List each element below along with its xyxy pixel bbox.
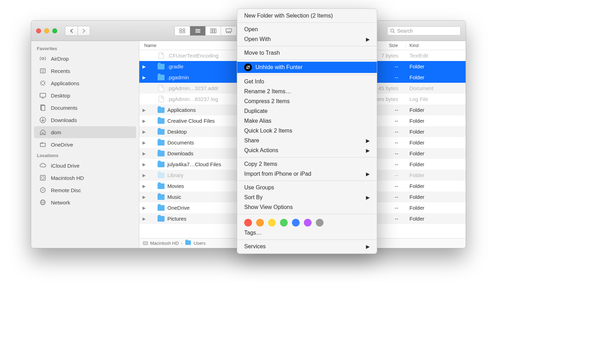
svg-point-30: [41, 176, 44, 179]
fullscreen-window-button[interactable]: [52, 28, 57, 33]
disclosure-triangle[interactable]: ▶: [139, 216, 148, 221]
menu-item-move-to-trash[interactable]: Move to Trash: [237, 48, 377, 58]
menu-item-rename-2-items[interactable]: Rename 2 Items…: [237, 87, 377, 96]
recents-icon: [39, 67, 47, 75]
folder-icon: [158, 194, 165, 200]
menu-item-new-folder-with-selection-2-items[interactable]: New Folder with Selection (2 Items): [237, 11, 377, 21]
sidebar-item-downloads[interactable]: Downloads: [34, 114, 136, 126]
submenu-arrow-icon: ▶: [366, 244, 370, 249]
back-button[interactable]: [65, 26, 78, 36]
disclosure-triangle[interactable]: ▶: [139, 173, 148, 178]
search-field[interactable]: Search: [387, 26, 461, 35]
disclosure-triangle[interactable]: ▶: [139, 151, 148, 156]
close-window-button[interactable]: [36, 28, 41, 33]
file-kind: Folder: [406, 63, 466, 69]
sidebar-item-applications[interactable]: Applications: [34, 77, 136, 89]
sidebar-item-label: Desktop: [51, 93, 70, 99]
menu-item-make-alias[interactable]: Make Alias: [237, 116, 377, 126]
sidebar-item-macintosh-hd[interactable]: Macintosh HD: [34, 172, 136, 184]
disclosure-triangle[interactable]: ▶: [139, 162, 148, 167]
list-view-button[interactable]: [190, 26, 206, 35]
menu-item-label: Show View Options: [244, 204, 293, 210]
sidebar-item-desktop[interactable]: Desktop: [34, 89, 136, 101]
file-kind: Folder: [406, 205, 466, 211]
tag-color[interactable]: [244, 219, 252, 227]
svg-rect-2: [180, 31, 182, 33]
menu-item-unhide-with-funter[interactable]: Unhide with Funter: [237, 62, 377, 73]
file-kind: Folder: [406, 107, 466, 113]
icon-view-button[interactable]: [175, 26, 190, 35]
disclosure-triangle[interactable]: ▶: [139, 195, 148, 200]
folder-icon: [158, 64, 165, 69]
file-kind: Document: [406, 85, 466, 91]
disclosure-triangle[interactable]: ▶: [139, 64, 148, 69]
file-kind: Folder: [406, 216, 466, 222]
column-header-kind[interactable]: Kind: [406, 43, 466, 48]
tag-color[interactable]: [268, 219, 276, 227]
svg-point-18: [391, 29, 394, 32]
path-segment[interactable]: Users: [194, 241, 206, 246]
tag-color[interactable]: [256, 219, 264, 227]
disclosure-triangle[interactable]: ▶: [139, 205, 148, 210]
disclosure-triangle[interactable]: ▶: [139, 129, 148, 134]
sidebar-item-label: Network: [51, 200, 70, 205]
disclosure-triangle[interactable]: ▶: [139, 108, 148, 113]
menu-item-duplicate[interactable]: Duplicate: [237, 106, 377, 116]
menu-item-quick-actions[interactable]: Quick Actions▶: [237, 146, 377, 155]
sidebar-item-airdrop[interactable]: AirDrop: [34, 53, 136, 65]
file-kind: Log File: [406, 96, 466, 102]
sidebar-item-label: OneDrive: [51, 142, 73, 148]
svg-rect-9: [215, 29, 216, 33]
disclosure-triangle[interactable]: ▶: [139, 140, 148, 145]
forward-button[interactable]: [78, 26, 90, 36]
menu-item-label: Open With: [244, 36, 271, 42]
menu-item-copy-2-items[interactable]: Copy 2 Items: [237, 159, 377, 169]
menu-item-label: Move to Trash: [244, 50, 280, 56]
disclosure-triangle[interactable]: ▶: [139, 75, 148, 80]
submenu-arrow-icon: ▶: [366, 36, 370, 42]
menu-item-label: New Folder with Selection (2 Items): [244, 13, 333, 19]
sidebar-item-documents[interactable]: Documents: [34, 102, 136, 114]
sidebar-item-recents[interactable]: Recents: [34, 65, 136, 77]
sidebar-item-dom[interactable]: dom: [34, 126, 136, 138]
menu-item-import-from-iphone-or-ipad[interactable]: Import from iPhone or iPad▶: [237, 169, 377, 179]
sidebar-item-icloud-drive[interactable]: iCloud Drive: [34, 160, 136, 171]
menu-item-get-info[interactable]: Get Info: [237, 77, 377, 87]
menu-item-sort-by[interactable]: Sort By▶: [237, 193, 377, 202]
svg-point-20: [42, 58, 44, 60]
tag-color[interactable]: [316, 219, 323, 227]
menu-item-compress-2-items[interactable]: Compress 2 Items: [237, 96, 377, 106]
menu-item-services[interactable]: Services▶: [237, 242, 377, 251]
sidebar-section-label: Locations: [31, 151, 139, 159]
file-kind: Folder: [406, 118, 466, 124]
menu-item-use-groups[interactable]: Use Groups: [237, 183, 377, 193]
sidebar-item-label: iCloud Drive: [51, 163, 80, 169]
tag-color[interactable]: [304, 219, 312, 227]
path-segment[interactable]: Macintosh HD: [150, 241, 179, 246]
minimize-window-button[interactable]: [44, 28, 49, 33]
sidebar-item-onedrive[interactable]: OneDrive: [34, 139, 136, 150]
disclosure-triangle[interactable]: ▶: [139, 184, 148, 189]
folder-icon: [158, 205, 165, 211]
context-menu: New Folder with Selection (2 Items)OpenO…: [237, 8, 377, 254]
tag-color[interactable]: [292, 219, 300, 227]
sidebar-item-remote-disc[interactable]: Remote Disc: [34, 184, 136, 196]
disclosure-triangle[interactable]: ▶: [139, 119, 148, 123]
sidebar-item-network[interactable]: Network: [34, 196, 136, 208]
file-kind: TextEdit: [406, 53, 466, 59]
folder-icon: [158, 129, 165, 135]
menu-item-quick-look-2-items[interactable]: Quick Look 2 Items: [237, 126, 377, 136]
menu-item-label: Rename 2 Items…: [244, 88, 291, 95]
gallery-view-button[interactable]: [221, 26, 236, 35]
tag-color[interactable]: [280, 219, 288, 227]
sidebar-item-label: Downloads: [51, 117, 77, 123]
menu-item-tags[interactable]: Tags…: [237, 228, 377, 238]
menu-item-show-view-options[interactable]: Show View Options: [237, 202, 377, 212]
submenu-arrow-icon: ▶: [366, 171, 370, 177]
menu-item-share[interactable]: Share▶: [237, 136, 377, 146]
column-view-button[interactable]: [206, 26, 221, 35]
menu-item-label: Copy 2 Items: [244, 161, 277, 167]
remote-disc-icon: [39, 186, 47, 194]
menu-item-open-with[interactable]: Open With▶: [237, 34, 377, 44]
menu-item-open[interactable]: Open: [237, 25, 377, 34]
